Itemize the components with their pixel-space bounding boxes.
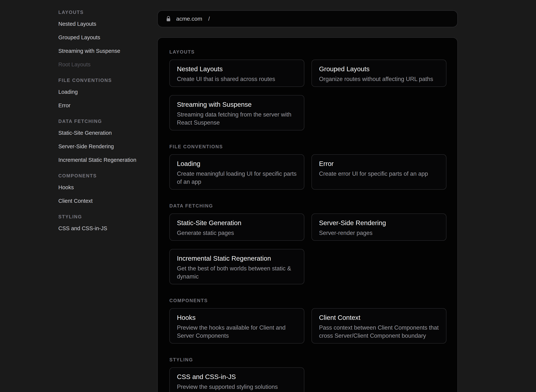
lock-icon (166, 16, 171, 22)
card-streaming-with-suspense[interactable]: Streaming with Suspense Streaming data f… (169, 95, 304, 131)
section-file-conventions: FILE CONVENTIONS Loading Create meaningf… (169, 144, 446, 190)
sidebar-item-hooks[interactable]: Hooks (58, 184, 153, 191)
card-description: Create error UI for specific parts of an… (319, 170, 439, 178)
sidebar-item-incremental-static-regeneration[interactable]: Incremental Static Regeneration (58, 157, 153, 163)
card-description: Preview the supported styling solutions (177, 383, 297, 391)
card-error[interactable]: Error Create error UI for specific parts… (311, 154, 446, 190)
card-description: Preview the hooks available for Client a… (177, 324, 297, 340)
section-data-fetching: DATA FETCHING Static-Site Generation Gen… (169, 203, 446, 284)
sidebar-item-css-and-css-in-js[interactable]: CSS and CSS-in-JS (58, 225, 153, 232)
sidebar-section-styling: STYLING CSS and CSS-in-JS (58, 214, 153, 232)
address-path: / (208, 16, 210, 22)
section-layouts: LAYOUTS Nested Layouts Create UI that is… (169, 49, 446, 131)
card-incremental-static-regeneration[interactable]: Incremental Static Regeneration Get the … (169, 249, 304, 284)
sidebar-item-grouped-layouts[interactable]: Grouped Layouts (58, 34, 153, 41)
card-grid: Nested Layouts Create UI that is shared … (169, 60, 446, 131)
section-label: COMPONENTS (169, 298, 446, 303)
card-description: Pass context between Client Components t… (319, 324, 439, 340)
card-title: Static-Site Generation (177, 219, 297, 227)
card-title: Streaming with Suspense (177, 100, 297, 109)
section-components: COMPONENTS Hooks Preview the hooks avail… (169, 298, 446, 344)
card-grid: CSS and CSS-in-JS Preview the supported … (169, 367, 446, 392)
browser-viewport-panel: LAYOUTS Nested Layouts Create UI that is… (157, 37, 458, 392)
sidebar-item-loading[interactable]: Loading (58, 89, 153, 95)
card-client-context[interactable]: Client Context Pass context between Clie… (311, 308, 446, 344)
card-hooks[interactable]: Hooks Preview the hooks available for Cl… (169, 308, 304, 344)
sidebar-item-static-site-generation[interactable]: Static-Site Generation (58, 130, 153, 136)
section-styling: STYLING CSS and CSS-in-JS Preview the su… (169, 357, 446, 392)
sidebar-section-file-conventions: FILE CONVENTIONS Loading Error (58, 77, 153, 109)
card-description: Create UI that is shared across routes (177, 75, 297, 83)
card-description: Server-render pages (319, 229, 439, 237)
sidebar-section-header: LAYOUTS (58, 9, 153, 15)
address-bar: acme.com / (157, 10, 458, 27)
card-description: Get the best of both worlds between stat… (177, 264, 297, 280)
sidebar-section-components: COMPONENTS Hooks Client Context (58, 173, 153, 204)
card-title: Nested Layouts (177, 65, 297, 73)
sidebar-section-header: FILE CONVENTIONS (58, 77, 153, 83)
card-title: Incremental Static Regeneration (177, 254, 297, 262)
sidebar-item-server-side-rendering[interactable]: Server-Side Rendering (58, 143, 153, 149)
card-description: Generate static pages (177, 229, 297, 237)
section-label: DATA FETCHING (169, 203, 446, 209)
address-domain: acme.com (176, 16, 202, 22)
card-grid: Static-Site Generation Generate static p… (169, 214, 446, 284)
card-description: Organize routes without affecting URL pa… (319, 75, 439, 83)
sidebar-section-header: STYLING (58, 214, 153, 219)
card-grid: Loading Create meaningful loading UI for… (169, 154, 446, 190)
sidebar-item-root-layouts: Root Layouts (58, 61, 153, 68)
card-title: Grouped Layouts (319, 65, 439, 73)
sidebar: LAYOUTS Nested Layouts Grouped Layouts S… (58, 9, 153, 241)
card-title: Hooks (177, 313, 297, 322)
section-label: STYLING (169, 357, 446, 363)
sidebar-item-client-context[interactable]: Client Context (58, 198, 153, 204)
sidebar-section-header: DATA FETCHING (58, 118, 153, 124)
card-title: Client Context (319, 313, 439, 322)
sidebar-item-streaming-with-suspense[interactable]: Streaming with Suspense (58, 48, 153, 54)
main-column: acme.com / LAYOUTS Nested Layouts Create… (157, 10, 458, 392)
card-description: Streaming data fetching from the server … (177, 111, 297, 127)
card-grid: Hooks Preview the hooks available for Cl… (169, 308, 446, 344)
card-title: CSS and CSS-in-JS (177, 373, 297, 381)
card-title: Loading (177, 159, 297, 168)
card-nested-layouts[interactable]: Nested Layouts Create UI that is shared … (169, 60, 304, 87)
card-grouped-layouts[interactable]: Grouped Layouts Organize routes without … (311, 60, 446, 87)
card-server-side-rendering[interactable]: Server-Side Rendering Server-render page… (311, 214, 446, 241)
sidebar-section-header: COMPONENTS (58, 173, 153, 178)
card-title: Error (319, 159, 439, 168)
section-label: FILE CONVENTIONS (169, 144, 446, 149)
section-label: LAYOUTS (169, 49, 446, 55)
sidebar-section-layouts: LAYOUTS Nested Layouts Grouped Layouts S… (58, 9, 153, 68)
sidebar-item-error[interactable]: Error (58, 102, 153, 109)
card-description: Create meaningful loading UI for specifi… (177, 170, 297, 186)
sidebar-section-data-fetching: DATA FETCHING Static-Site Generation Ser… (58, 118, 153, 163)
card-css-and-css-in-js[interactable]: CSS and CSS-in-JS Preview the supported … (169, 367, 304, 392)
sidebar-item-nested-layouts[interactable]: Nested Layouts (58, 21, 153, 27)
card-static-site-generation[interactable]: Static-Site Generation Generate static p… (169, 214, 304, 241)
card-title: Server-Side Rendering (319, 219, 439, 227)
card-loading[interactable]: Loading Create meaningful loading UI for… (169, 154, 304, 190)
